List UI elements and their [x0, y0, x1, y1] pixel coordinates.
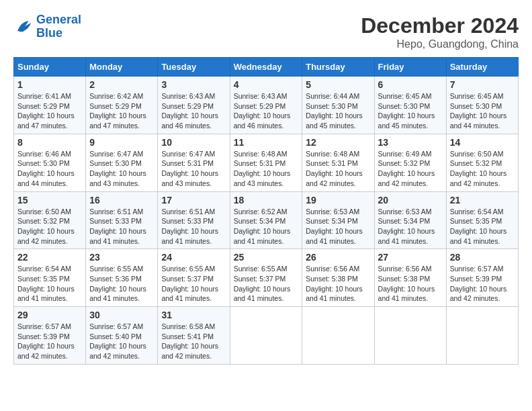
calendar-cell: 18 Sunrise: 6:52 AMSunset: 5:34 PMDaylig…	[230, 191, 302, 249]
calendar-cell: 21 Sunrise: 6:54 AMSunset: 5:35 PMDaylig…	[446, 191, 518, 249]
day-info: Sunrise: 6:43 AMSunset: 5:29 PMDaylight:…	[161, 91, 226, 131]
calendar-cell: 25 Sunrise: 6:55 AMSunset: 5:37 PMDaylig…	[230, 249, 302, 307]
week-row-4: 22 Sunrise: 6:54 AMSunset: 5:35 PMDaylig…	[14, 249, 519, 307]
calendar-cell	[374, 307, 446, 365]
calendar-cell: 20 Sunrise: 6:53 AMSunset: 5:34 PMDaylig…	[374, 191, 446, 249]
calendar-cell: 1 Sunrise: 6:41 AMSunset: 5:29 PMDayligh…	[14, 77, 86, 134]
day-number: 30	[89, 310, 154, 320]
location: Hepo, Guangdong, China	[361, 38, 519, 50]
day-number: 21	[450, 195, 515, 205]
calendar-cell	[302, 307, 374, 365]
calendar-cell: 6 Sunrise: 6:45 AMSunset: 5:30 PMDayligh…	[374, 77, 446, 134]
day-number: 7	[450, 79, 515, 90]
day-info: Sunrise: 6:49 AMSunset: 5:32 PMDaylight:…	[378, 149, 443, 189]
day-number: 1	[17, 79, 82, 90]
logo-text: General Blue	[36, 13, 81, 40]
day-number: 13	[378, 137, 443, 148]
day-info: Sunrise: 6:45 AMSunset: 5:30 PMDaylight:…	[450, 91, 515, 131]
calendar-cell: 19 Sunrise: 6:53 AMSunset: 5:34 PMDaylig…	[302, 191, 374, 249]
day-info: Sunrise: 6:43 AMSunset: 5:29 PMDaylight:…	[234, 91, 299, 131]
calendar-cell: 2 Sunrise: 6:42 AMSunset: 5:29 PMDayligh…	[86, 77, 158, 134]
day-number: 26	[306, 252, 370, 263]
day-info: Sunrise: 6:45 AMSunset: 5:30 PMDaylight:…	[378, 91, 443, 131]
day-number: 9	[89, 137, 154, 148]
day-number: 17	[161, 195, 226, 205]
calendar-cell	[230, 307, 302, 365]
calendar-cell: 16 Sunrise: 6:51 AMSunset: 5:33 PMDaylig…	[86, 191, 158, 249]
day-info: Sunrise: 6:46 AMSunset: 5:30 PMDaylight:…	[17, 149, 82, 189]
day-info: Sunrise: 6:47 AMSunset: 5:31 PMDaylight:…	[161, 149, 226, 189]
day-info: Sunrise: 6:41 AMSunset: 5:29 PMDaylight:…	[17, 91, 82, 131]
week-row-5: 29 Sunrise: 6:57 AMSunset: 5:39 PMDaylig…	[14, 307, 519, 365]
day-number: 4	[234, 79, 299, 90]
calendar-cell: 14 Sunrise: 6:50 AMSunset: 5:32 PMDaylig…	[446, 134, 518, 191]
day-number: 22	[17, 252, 82, 263]
day-info: Sunrise: 6:56 AMSunset: 5:38 PMDaylight:…	[306, 264, 370, 304]
day-number: 14	[450, 137, 515, 148]
calendar-cell: 13 Sunrise: 6:49 AMSunset: 5:32 PMDaylig…	[374, 134, 446, 191]
day-number: 8	[17, 137, 82, 148]
calendar-cell: 5 Sunrise: 6:44 AMSunset: 5:30 PMDayligh…	[302, 77, 374, 134]
day-info: Sunrise: 6:53 AMSunset: 5:34 PMDaylight:…	[306, 207, 370, 246]
day-info: Sunrise: 6:55 AMSunset: 5:37 PMDaylight:…	[161, 264, 226, 304]
calendar-cell: 8 Sunrise: 6:46 AMSunset: 5:30 PMDayligh…	[14, 134, 86, 191]
day-number: 15	[17, 195, 82, 205]
calendar-cell: 24 Sunrise: 6:55 AMSunset: 5:37 PMDaylig…	[158, 249, 230, 307]
calendar-cell: 7 Sunrise: 6:45 AMSunset: 5:30 PMDayligh…	[446, 77, 518, 134]
day-number: 20	[378, 195, 443, 205]
calendar-cell: 12 Sunrise: 6:48 AMSunset: 5:31 PMDaylig…	[302, 134, 374, 191]
day-info: Sunrise: 6:52 AMSunset: 5:34 PMDaylight:…	[234, 207, 299, 246]
day-number: 24	[161, 252, 226, 263]
calendar-cell: 4 Sunrise: 6:43 AMSunset: 5:29 PMDayligh…	[230, 77, 302, 134]
day-info: Sunrise: 6:51 AMSunset: 5:33 PMDaylight:…	[89, 207, 154, 246]
day-info: Sunrise: 6:48 AMSunset: 5:31 PMDaylight:…	[306, 149, 370, 189]
calendar-table: SundayMondayTuesdayWednesdayThursdayFrid…	[13, 57, 519, 365]
calendar-cell: 10 Sunrise: 6:47 AMSunset: 5:31 PMDaylig…	[158, 134, 230, 191]
day-info: Sunrise: 6:42 AMSunset: 5:29 PMDaylight:…	[89, 91, 154, 131]
calendar-body: 1 Sunrise: 6:41 AMSunset: 5:29 PMDayligh…	[14, 77, 519, 365]
week-row-2: 8 Sunrise: 6:46 AMSunset: 5:30 PMDayligh…	[14, 134, 519, 191]
day-info: Sunrise: 6:50 AMSunset: 5:32 PMDaylight:…	[17, 207, 82, 246]
day-number: 29	[17, 310, 82, 320]
day-info: Sunrise: 6:55 AMSunset: 5:36 PMDaylight:…	[89, 264, 154, 304]
day-info: Sunrise: 6:55 AMSunset: 5:37 PMDaylight:…	[234, 264, 299, 304]
calendar-cell: 29 Sunrise: 6:57 AMSunset: 5:39 PMDaylig…	[14, 307, 86, 365]
day-info: Sunrise: 6:57 AMSunset: 5:40 PMDaylight:…	[89, 322, 154, 361]
header-day-saturday: Saturday	[446, 58, 518, 77]
calendar-cell: 26 Sunrise: 6:56 AMSunset: 5:38 PMDaylig…	[302, 249, 374, 307]
calendar-cell: 30 Sunrise: 6:57 AMSunset: 5:40 PMDaylig…	[86, 307, 158, 365]
calendar-cell	[446, 307, 518, 365]
header-day-friday: Friday	[374, 58, 446, 77]
calendar-cell: 17 Sunrise: 6:51 AMSunset: 5:33 PMDaylig…	[158, 191, 230, 249]
day-info: Sunrise: 6:47 AMSunset: 5:30 PMDaylight:…	[89, 149, 154, 189]
day-info: Sunrise: 6:54 AMSunset: 5:35 PMDaylight:…	[450, 207, 515, 246]
day-number: 18	[234, 195, 299, 205]
day-info: Sunrise: 6:57 AMSunset: 5:39 PMDaylight:…	[17, 322, 82, 361]
day-info: Sunrise: 6:48 AMSunset: 5:31 PMDaylight:…	[234, 149, 299, 189]
day-info: Sunrise: 6:56 AMSunset: 5:38 PMDaylight:…	[378, 264, 443, 304]
day-number: 12	[306, 137, 370, 148]
calendar-cell: 15 Sunrise: 6:50 AMSunset: 5:32 PMDaylig…	[14, 191, 86, 249]
day-number: 10	[161, 137, 226, 148]
day-number: 31	[161, 310, 226, 320]
logo-icon	[13, 17, 34, 37]
day-info: Sunrise: 6:44 AMSunset: 5:30 PMDaylight:…	[306, 91, 370, 131]
day-info: Sunrise: 6:51 AMSunset: 5:33 PMDaylight:…	[161, 207, 226, 246]
calendar-cell: 28 Sunrise: 6:57 AMSunset: 5:39 PMDaylig…	[446, 249, 518, 307]
day-number: 16	[89, 195, 154, 205]
logo: General Blue	[13, 13, 81, 40]
header-day-wednesday: Wednesday	[230, 58, 302, 77]
header-day-thursday: Thursday	[302, 58, 374, 77]
day-number: 11	[234, 137, 299, 148]
calendar-cell: 23 Sunrise: 6:55 AMSunset: 5:36 PMDaylig…	[86, 249, 158, 307]
day-info: Sunrise: 6:50 AMSunset: 5:32 PMDaylight:…	[450, 149, 515, 189]
calendar-header: SundayMondayTuesdayWednesdayThursdayFrid…	[14, 58, 519, 77]
header-day-tuesday: Tuesday	[158, 58, 230, 77]
day-number: 25	[234, 252, 299, 263]
day-number: 5	[306, 79, 370, 90]
day-number: 3	[161, 79, 226, 90]
week-row-3: 15 Sunrise: 6:50 AMSunset: 5:32 PMDaylig…	[14, 191, 519, 249]
calendar-cell: 11 Sunrise: 6:48 AMSunset: 5:31 PMDaylig…	[230, 134, 302, 191]
day-number: 6	[378, 79, 443, 90]
calendar-cell: 22 Sunrise: 6:54 AMSunset: 5:35 PMDaylig…	[14, 249, 86, 307]
